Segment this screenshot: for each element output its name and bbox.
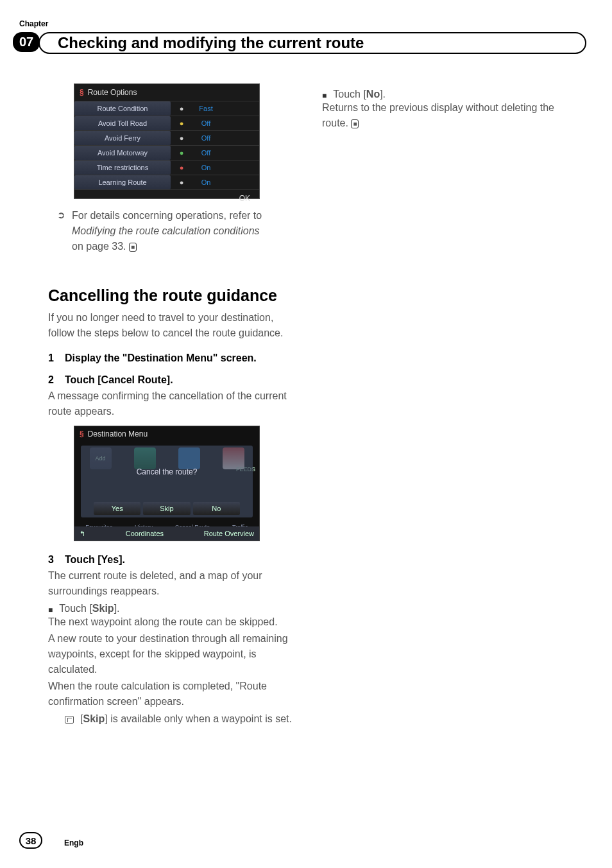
route-option-button[interactable]: Time restrictions xyxy=(74,161,171,175)
reference-arrow-icon: ➲ xyxy=(57,208,65,254)
cross-reference: ➲ For details concerning operations, ref… xyxy=(48,208,300,254)
skip-body-2: A new route to your destination through … xyxy=(48,631,300,677)
square-bullet-icon: ■ xyxy=(322,89,327,100)
route-options-screenshot: Route Options Route Condition●FastAvoid … xyxy=(74,83,260,199)
step-2-body: A message confirming the cancellation of… xyxy=(48,388,300,419)
route-option-row: Avoid Motorway●Off xyxy=(74,146,259,161)
route-option-value: Off xyxy=(190,149,222,157)
skip-availability-note: [Skip] is available only when a waypoint… xyxy=(48,713,300,725)
chapter-number-badge: 07 xyxy=(13,32,40,52)
skip-body-3: When the route calculation is completed,… xyxy=(48,679,300,709)
route-option-button[interactable]: Route Condition xyxy=(74,101,171,116)
step-1: 1Display the "Destination Menu" screen. xyxy=(48,352,300,364)
route-option-value: On xyxy=(190,164,222,171)
ferry-icon: ● xyxy=(173,134,190,142)
stop-icon: ■ xyxy=(129,243,137,252)
no-body: Returns to the previous display without … xyxy=(322,100,574,131)
route-option-row: Learning Route●On xyxy=(74,175,259,190)
dialog-no-button[interactable]: No xyxy=(193,502,240,515)
route-option-value: Fast xyxy=(190,105,222,112)
clock-icon: ● xyxy=(173,164,190,171)
route-option-button[interactable]: Learning Route xyxy=(74,175,171,189)
skip-body-1: The next waypoint along the route can be… xyxy=(48,614,300,630)
page-number: 38 xyxy=(19,832,42,849)
language-label: Engb xyxy=(64,838,83,847)
footer-coordinates[interactable]: Coordinates xyxy=(126,530,164,537)
footer-route-overview[interactable]: Route Overview xyxy=(204,530,254,537)
section-heading-cancelling: Cancelling the route guidance xyxy=(48,286,300,305)
route-option-row: Avoid Ferry●Off xyxy=(74,131,259,146)
note-icon xyxy=(65,716,74,724)
cancel-route-prompt: Cancel the route? xyxy=(137,467,198,476)
destination-menu-header: Destination Menu xyxy=(74,426,259,442)
touch-skip-bullet: ■ Touch [Skip]. xyxy=(48,603,300,614)
dialog-yes-button[interactable]: Yes xyxy=(94,502,140,515)
route-option-button[interactable]: Avoid Toll Road xyxy=(74,116,171,130)
reference-italic: Modifying the route calculation conditio… xyxy=(72,225,260,236)
chart-icon: ● xyxy=(173,178,190,186)
route-option-button[interactable]: Avoid Ferry xyxy=(74,131,171,145)
destination-menu-screenshot: Destination Menu Add FEEDS Cancel the ro… xyxy=(74,426,260,541)
route-option-value: On xyxy=(190,178,222,186)
footer-back-icon[interactable]: ↰ xyxy=(80,530,85,538)
step-2: 2Touch [Cancel Route]. xyxy=(48,374,300,386)
coin-icon: ● xyxy=(173,119,190,127)
square-bullet-icon: ■ xyxy=(48,603,53,614)
route-option-button[interactable]: Avoid Motorway xyxy=(74,146,171,160)
section-intro: If you no longer need to travel to your … xyxy=(48,310,300,341)
route-option-row: Avoid Toll Road●Off xyxy=(74,116,259,131)
reference-tail: on page 33. xyxy=(72,241,126,252)
route-option-value: Off xyxy=(190,119,222,127)
stop-icon: ■ xyxy=(351,119,359,128)
route-options-header: Route Options xyxy=(74,84,259,101)
step-3-body: The current route is deleted, and a map … xyxy=(48,568,300,599)
reference-lead: For details concerning operations, refer… xyxy=(72,210,262,221)
motorway-icon: ● xyxy=(173,149,190,157)
chapter-title-bar: Checking and modifying the current route xyxy=(38,32,586,54)
route-option-row: Route Condition●Fast xyxy=(74,101,259,116)
left-column: Route Options Route Condition●FastAvoid … xyxy=(48,83,300,725)
right-column: ■ Touch [No]. Returns to the previous di… xyxy=(322,83,574,725)
blue-car-icon: ● xyxy=(173,105,190,112)
page-title: Checking and modifying the current route xyxy=(58,34,364,52)
dialog-skip-button[interactable]: Skip xyxy=(143,502,190,515)
route-option-row: Time restrictions●On xyxy=(74,161,259,175)
route-option-value: Off xyxy=(190,134,222,142)
route-options-ok-button[interactable]: OK xyxy=(74,190,259,203)
chapter-label: Chapter xyxy=(19,19,48,28)
touch-no-bullet: ■ Touch [No]. xyxy=(322,89,574,100)
step-3: 3Touch [Yes]. xyxy=(48,554,300,566)
